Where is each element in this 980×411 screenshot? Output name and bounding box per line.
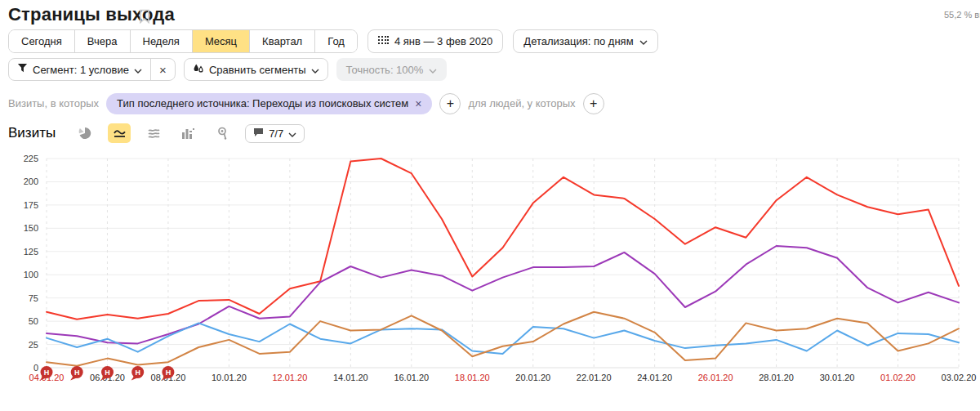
compare-segments-label: Сравнить сегменты	[209, 64, 306, 76]
svg-text:Н: Н	[105, 369, 110, 377]
x-axis-tick-label: 22.01.20	[577, 373, 612, 382]
pie-chart-icon[interactable]	[74, 123, 96, 143]
y-axis-tick-label: 50	[29, 316, 38, 326]
detalization-button[interactable]: Детализация: по дням	[513, 29, 657, 53]
chevron-down-icon	[288, 127, 296, 140]
x-axis-tick-label: 30.01.20	[820, 373, 855, 382]
visits-chart: 025507510012515017520022504.01.2006.01.2…	[0, 151, 980, 411]
stacked-area-icon[interactable]	[142, 123, 165, 143]
chart-series-blue	[47, 323, 959, 354]
source-filter-chip-label: Тип последнего источника: Переходы из по…	[117, 97, 408, 109]
x-axis-tick-label: 12.01.20	[272, 373, 307, 382]
y-axis-tick-label: 100	[24, 270, 38, 279]
x-axis-tick-label: 20.01.20	[515, 373, 550, 382]
visits-condition-label: Визиты, в которых	[8, 97, 99, 109]
y-axis-tick-label: 225	[24, 154, 38, 163]
holiday-marker[interactable]: Н	[70, 366, 83, 381]
visits-share-stat: 55,2 % виз	[944, 10, 980, 20]
y-axis-tick-label: 0	[33, 363, 38, 373]
tab-week[interactable]: Неделя	[130, 30, 192, 52]
x-axis-tick-label: 18.01.20	[455, 373, 490, 382]
y-axis-tick-label: 125	[24, 247, 38, 257]
comment-bubble-icon	[253, 127, 264, 140]
annotations-button[interactable]: 7/7	[245, 124, 305, 143]
chevron-down-icon	[134, 64, 142, 76]
compare-segments-button[interactable]: Сравнить сегменты	[185, 59, 327, 80]
chevron-down-icon	[311, 64, 319, 76]
filter-row: Визиты, в которых Тип последнего источни…	[8, 92, 604, 114]
tab-year[interactable]: Год	[314, 30, 357, 52]
y-axis-tick-label: 200	[24, 176, 38, 186]
chart-series-orange	[47, 312, 959, 366]
x-axis-tick-label: 16.01.20	[394, 373, 429, 382]
svg-text:Н: Н	[166, 369, 172, 377]
period-toolbar: Сегодня Вчера Неделя Месяц Квартал Год 4…	[8, 29, 658, 53]
x-axis-tick-label: 26.01.20	[698, 373, 733, 382]
y-axis-tick-label: 175	[24, 200, 38, 210]
chevron-down-icon	[429, 64, 437, 76]
date-range-label: 4 янв — 3 фев 2020	[394, 35, 492, 47]
metric-label: Визиты	[8, 125, 56, 141]
map-pin-icon[interactable]	[211, 123, 234, 143]
add-people-condition-button[interactable]: +	[583, 93, 604, 114]
drops-icon	[193, 63, 204, 77]
x-axis-tick-label: 24.01.20	[637, 373, 672, 382]
add-visit-condition-button[interactable]: +	[439, 93, 461, 114]
segment-button[interactable]: Сегмент: 1 условие	[9, 59, 150, 80]
tab-month[interactable]: Месяц	[192, 30, 249, 52]
bar-chart-icon[interactable]	[176, 123, 199, 143]
calendar-grid-icon	[378, 35, 389, 48]
segment-toolbar: Сегмент: 1 условие × Сравнить сегменты Т…	[8, 58, 447, 81]
svg-text:Н: Н	[135, 369, 140, 377]
visits-chart-svg: 025507510012515017520022504.01.2006.01.2…	[0, 151, 980, 411]
line-chart-icon[interactable]	[108, 123, 131, 143]
x-axis-tick-label: 01.02.20	[880, 373, 915, 382]
segment-group: Сегмент: 1 условие ×	[8, 58, 176, 81]
source-filter-chip[interactable]: Тип последнего источника: Переходы из по…	[106, 93, 432, 114]
y-axis-tick-label: 75	[29, 293, 38, 303]
people-condition-label: для людей, у которых	[468, 97, 575, 109]
funnel-icon	[17, 63, 28, 76]
metric-toolbar: Визиты	[8, 122, 305, 145]
date-range-button[interactable]: 4 янв — 3 фев 2020	[368, 29, 503, 53]
svg-text:Н: Н	[74, 369, 80, 377]
segment-label: Сегмент: 1 условие	[33, 64, 129, 76]
y-axis-tick-label: 150	[24, 223, 38, 233]
x-axis-tick-label: 28.01.20	[759, 373, 794, 382]
y-axis-tick-label: 25	[29, 340, 38, 350]
period-tab-group: Сегодня Вчера Неделя Месяц Квартал Год	[8, 29, 358, 53]
tab-quarter[interactable]: Квартал	[249, 30, 314, 52]
chart-series-red	[47, 159, 959, 319]
chevron-down-icon	[639, 35, 648, 47]
segment-clear-button[interactable]: ×	[150, 59, 175, 80]
x-axis-tick-label: 14.01.20	[333, 373, 368, 382]
holiday-marker[interactable]: Н	[131, 366, 145, 381]
accuracy-button[interactable]: Точность: 100%	[336, 58, 448, 81]
annotations-count: 7/7	[269, 127, 283, 140]
tab-yesterday[interactable]: Вчера	[74, 30, 130, 52]
accuracy-label: Точность: 100%	[346, 64, 424, 76]
compare-segments-group: Сравнить сегменты	[184, 58, 328, 81]
detalization-label: Детализация: по дням	[523, 35, 633, 47]
x-axis-tick-label: 03.02.20	[942, 373, 977, 382]
x-axis-tick-label: 10.01.20	[212, 373, 247, 382]
chip-close-icon[interactable]: ×	[415, 97, 421, 110]
bookmark-icon[interactable]	[139, 9, 150, 27]
tab-today[interactable]: Сегодня	[9, 30, 74, 52]
svg-text:Н: Н	[44, 369, 50, 377]
